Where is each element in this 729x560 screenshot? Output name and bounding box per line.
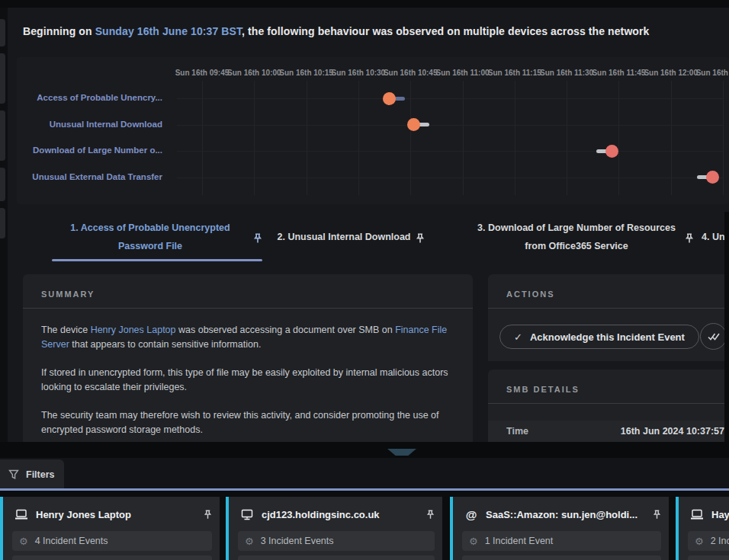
laptop-icon — [14, 509, 29, 520]
acknowledge-button-label: Acknowledge this Incident Event — [530, 331, 685, 343]
event-dot[interactable] — [605, 145, 618, 158]
next-row-partial — [688, 555, 729, 560]
tab-label: 1. Access of Probable Unencrypted Passwo… — [52, 219, 249, 255]
next-row-partial — [462, 555, 661, 560]
divider — [488, 403, 729, 404]
check-icon: ✓ — [514, 331, 522, 343]
gear-icon: ⚙ — [19, 536, 28, 546]
summary-paragraph-3: The security team may therefore wish to … — [41, 408, 453, 437]
summary-panel: SUMMARY The device Henry Jones Laptop wa… — [23, 274, 473, 442]
event-dot[interactable] — [383, 92, 396, 105]
summary-panel-title: SUMMARY — [41, 290, 95, 299]
tab-label: 4. Un — [702, 228, 725, 246]
behaviour-row-label: Access of Probable Unencry... — [23, 93, 162, 102]
timeline-chart-panel — [17, 57, 729, 204]
summary-text-run: was observed accessing a document over S… — [176, 325, 396, 335]
filters-label: Filters — [26, 469, 55, 480]
header-suffix: , the following behaviour was observed o… — [242, 25, 649, 37]
divider — [23, 308, 473, 309]
device-card-header: @ SaaS::Amazon: sun.jen@holdi... — [464, 507, 661, 522]
next-row-partial — [12, 555, 212, 560]
horizontal-gridline — [177, 151, 723, 152]
summary-paragraph-1: The device Henry Jones Laptop was observ… — [41, 323, 453, 352]
tab-incident-event-2[interactable]: 2. Unusual Internal Download — [268, 213, 433, 261]
monitor-icon — [239, 509, 255, 520]
pin-icon[interactable] — [685, 233, 694, 244]
header-start-time-link[interactable]: Sunday 16th June 10:37 BST — [95, 25, 242, 37]
background-rail-button-partial — [0, 208, 5, 238]
summary-text: The device Henry Jones Laptop was observ… — [41, 323, 453, 442]
behaviour-row-label: Unusual Internal Download — [23, 120, 162, 129]
device-name: Henry Jones Laptop — [36, 509, 131, 520]
tab-label: 2. Unusual Internal Download — [277, 228, 410, 246]
gear-icon: ⚙ — [695, 536, 704, 546]
filter-funnel-icon — [8, 469, 19, 480]
pin-icon[interactable] — [420, 510, 435, 520]
section-gap — [0, 442, 729, 458]
smb-panel-title: SMB DETAILS — [506, 385, 580, 394]
gear-icon: ⚙ — [469, 536, 478, 546]
acknowledge-all-button[interactable] — [700, 323, 727, 350]
actions-panel-title: ACTIONS — [506, 290, 555, 299]
tab-incident-event-1[interactable]: 1. Access of Probable Unencrypted Passwo… — [52, 213, 262, 261]
top-strip — [0, 0, 729, 8]
double-check-icon — [708, 332, 720, 341]
incident-events-row[interactable]: ⚙ 4 Incident Events — [12, 531, 212, 551]
pin-icon[interactable] — [416, 233, 425, 244]
background-rail-button-partial — [0, 110, 5, 161]
behaviour-row-label: Unusual External Data Transfer — [23, 172, 162, 181]
smb-row-value: 16th Jun 2024 10:37:57 — [621, 426, 724, 437]
device-card-header: cjd123.holdingsinc.co.uk — [239, 507, 435, 522]
tab-incident-event-3[interactable]: 3. Download of Large Number of Resources… — [473, 213, 694, 261]
incident-events-row[interactable]: ⚙ 3 Incident Events — [238, 531, 435, 551]
at-icon: @ — [464, 508, 479, 521]
background-rail-button-partial — [0, 53, 5, 104]
laptop-icon — [689, 509, 705, 520]
filters-tab[interactable]: Filters — [0, 459, 64, 489]
active-tab-underline — [52, 259, 262, 261]
tab-label: 3. Download of Large Number of Resources… — [473, 219, 680, 255]
time-axis-tick-label: Sun 16th 12:15 — [688, 69, 729, 77]
smb-details-panel: SMB DETAILS Time 16th Jun 2024 10:37:57 — [488, 370, 729, 442]
header-prefix: Beginning on — [23, 25, 95, 37]
device-card-header: Haya — [689, 507, 729, 522]
device-link-henry-jones-laptop[interactable]: Henry Jones Laptop — [91, 325, 176, 335]
incident-events-row[interactable]: ⚙ 2 Inc — [688, 531, 729, 551]
device-name: cjd123.holdingsinc.co.uk — [262, 509, 380, 520]
incident-header: Beginning on Sunday 16th June 10:37 BST,… — [23, 25, 718, 37]
horizontal-gridline — [177, 178, 723, 178]
device-name: Haya — [711, 509, 729, 520]
device-card-haya[interactable]: Haya ⚙ 2 Inc — [676, 497, 729, 560]
device-card-henry-jones-laptop[interactable]: Henry Jones Laptop ⚙ 4 Incident Events — [0, 497, 220, 560]
next-row-partial — [238, 555, 435, 560]
incident-events-count: 4 Incident Events — [35, 536, 108, 546]
acknowledge-button[interactable]: ✓ Acknowledge this Incident Event — [499, 325, 699, 349]
pin-icon[interactable] — [647, 510, 661, 520]
device-name: SaaS::Amazon: sun.jen@holdi... — [486, 509, 637, 520]
smb-row-label: Time — [506, 426, 528, 437]
background-rail-button-partial — [0, 168, 5, 201]
device-card-cjd123[interactable]: cjd123.holdingsinc.co.uk ⚙ 3 Incident Ev… — [226, 497, 442, 560]
vertical-gridline — [723, 81, 724, 195]
incident-investigation-modal: Beginning on Sunday 16th June 10:37 BST,… — [0, 0, 729, 560]
summary-text-run: The device — [41, 325, 91, 335]
incident-events-count: 1 Incident Event — [485, 536, 554, 546]
device-card-header: Henry Jones Laptop — [14, 507, 212, 522]
device-card-saas-amazon[interactable]: @ SaaS::Amazon: sun.jen@holdi... ⚙ 1 Inc… — [450, 497, 669, 560]
incident-events-row[interactable]: ⚙ 1 Incident Event — [462, 531, 661, 551]
summary-text-run: that appears to contain sensitive inform… — [69, 339, 262, 350]
gear-icon: ⚙ — [245, 536, 254, 546]
event-dot[interactable] — [706, 171, 719, 184]
divider — [488, 308, 729, 309]
pin-icon[interactable] — [198, 510, 212, 520]
summary-paragraph-2: If stored in unencrypted form, this type… — [41, 366, 453, 395]
smb-detail-row-time: Time 16th Jun 2024 10:37:57 — [488, 421, 729, 442]
horizontal-gridline — [177, 125, 723, 126]
modal-right-edge — [724, 212, 729, 442]
background-rail-button-partial — [0, 19, 5, 46]
horizontal-gridline — [177, 98, 723, 99]
incident-events-count: 2 Inc — [711, 536, 729, 546]
behaviour-row-label: Download of Large Number o... — [23, 146, 162, 155]
pin-icon[interactable] — [253, 233, 262, 244]
actions-panel: ACTIONS ✓ Acknowledge this Incident Even… — [488, 274, 729, 361]
